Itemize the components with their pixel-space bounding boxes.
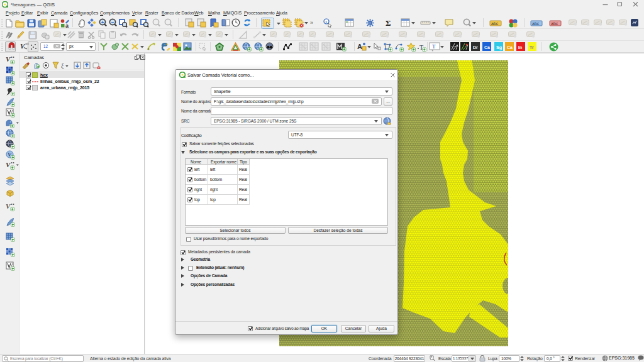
svg-text:Ca: Ca bbox=[484, 45, 490, 50]
svg-text:Ca: Ca bbox=[507, 45, 513, 50]
svg-text:abc: abc bbox=[532, 21, 540, 26]
svg-text:A: A bbox=[357, 43, 362, 50]
svg-text:V: V bbox=[6, 55, 11, 63]
svg-text:Tr: Tr bbox=[530, 45, 534, 50]
svg-text:Sg: Sg bbox=[496, 45, 502, 50]
svg-text:V: V bbox=[6, 202, 11, 210]
svg-text:ξ: ξ bbox=[61, 62, 64, 69]
svg-text:abc: abc bbox=[491, 21, 499, 26]
svg-text:Dr: Dr bbox=[473, 45, 478, 50]
svg-text:i: i bbox=[326, 19, 327, 25]
svg-text:V: V bbox=[6, 161, 11, 168]
svg-text:abc: abc bbox=[551, 21, 558, 26]
svg-text:T: T bbox=[432, 43, 436, 50]
svg-text:−: − bbox=[111, 19, 114, 25]
svg-text:»: » bbox=[310, 19, 313, 26]
svg-text:a: a bbox=[65, 23, 69, 28]
svg-text:In: In bbox=[518, 45, 522, 50]
svg-text:Σ: Σ bbox=[386, 18, 391, 28]
svg-text:+: + bbox=[101, 19, 104, 25]
